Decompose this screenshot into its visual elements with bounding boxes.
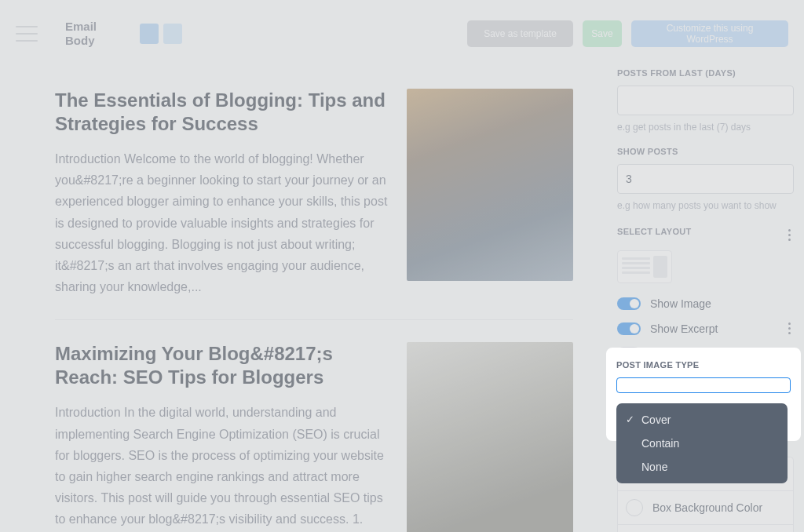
show-posts-label: SHOW POSTS xyxy=(617,147,794,156)
post-image xyxy=(407,342,573,532)
show-image-toggle-row: Show Image xyxy=(617,297,794,310)
box-bg-label: Box Background Color xyxy=(652,501,762,514)
select-layout-label: SELECT LAYOUT xyxy=(617,227,692,236)
post-item: Maximizing Your Blog&#8217;s Reach: SEO … xyxy=(55,320,573,532)
content-color-row[interactable]: Content Color xyxy=(617,524,794,532)
post-excerpt: Introduction In the digital world, under… xyxy=(55,402,391,532)
kebab-icon[interactable] xyxy=(785,226,794,244)
show-posts-input[interactable] xyxy=(617,164,794,194)
show-posts-hint: e.g how many posts you want to show xyxy=(617,200,794,211)
color-swatch xyxy=(626,499,643,516)
post-image-type-panel: POST IMAGE TYPE Cover Contain None xyxy=(606,348,801,441)
kebab-icon[interactable] xyxy=(785,319,794,337)
post-excerpt: Introduction Welcome to the world of blo… xyxy=(55,148,391,297)
post-image-type-label: POST IMAGE TYPE xyxy=(616,360,791,370)
layout-option[interactable] xyxy=(617,250,672,283)
posts-from-last-input[interactable] xyxy=(617,86,794,115)
post-image xyxy=(407,89,573,281)
show-image-label: Show Image xyxy=(650,297,711,310)
dropdown-option-cover[interactable]: Cover xyxy=(616,408,788,432)
app-logo: Email Body xyxy=(65,20,97,48)
tag-icon[interactable] xyxy=(140,24,159,44)
post-image-type-select[interactable] xyxy=(616,377,791,393)
save-template-button[interactable]: Save as template xyxy=(467,20,573,47)
show-excerpt-toggle-row: Show Excerpt xyxy=(617,322,718,335)
show-excerpt-toggle[interactable] xyxy=(617,322,641,335)
tag-icons xyxy=(140,24,182,44)
post-item: The Essentials of Blogging: Tips and Str… xyxy=(55,67,573,320)
dropdown-option-contain[interactable]: Contain xyxy=(616,432,788,455)
posts-from-last-hint: e.g get posts in the last (7) days xyxy=(617,122,794,133)
show-image-toggle[interactable] xyxy=(617,297,641,310)
post-image-type-dropdown: Cover Contain None xyxy=(616,403,788,483)
tag-icon[interactable] xyxy=(163,24,182,44)
show-excerpt-label: Show Excerpt xyxy=(650,322,718,335)
menu-icon[interactable] xyxy=(16,26,38,42)
post-title: The Essentials of Blogging: Tips and Str… xyxy=(55,89,391,136)
dropdown-option-none[interactable]: None xyxy=(616,455,788,479)
post-title: Maximizing Your Blog&#8217;s Reach: SEO … xyxy=(55,342,391,389)
posts-preview: The Essentials of Blogging: Tips and Str… xyxy=(0,67,597,532)
box-bg-color-row[interactable]: Box Background Color xyxy=(617,490,794,524)
posts-from-last-label: POSTS FROM LAST (DAYS) xyxy=(617,68,794,78)
